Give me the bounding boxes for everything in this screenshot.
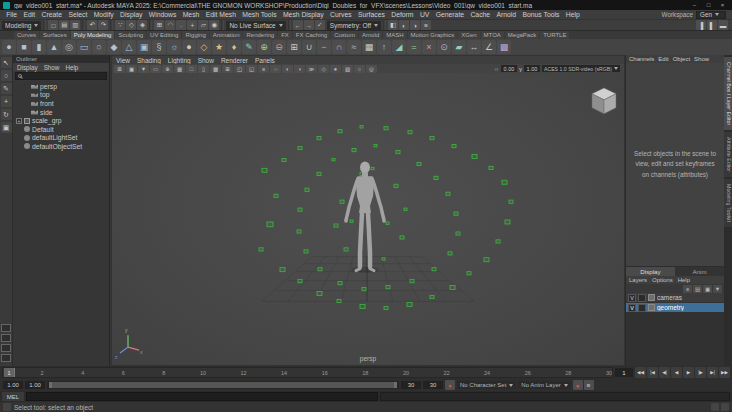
layer-row-geometry[interactable]: Vgeometry xyxy=(626,303,724,313)
green-wireframe-object[interactable] xyxy=(317,137,321,140)
shelf-icon-quad-draw[interactable]: ▰ xyxy=(452,40,466,54)
move-tool-button[interactable]: + xyxy=(1,96,12,107)
shelf-tab-mtoa[interactable]: MTOA xyxy=(481,31,504,39)
make-live-icon[interactable]: ◉ xyxy=(209,20,219,30)
green-wireframe-object[interactable] xyxy=(334,224,338,227)
viewport-menu-renderer[interactable]: Renderer xyxy=(221,57,248,64)
green-wireframe-object[interactable] xyxy=(318,268,322,271)
green-wireframe-object[interactable] xyxy=(384,306,388,309)
layer-tab-display[interactable]: Display xyxy=(626,267,675,276)
step-forward-key-button[interactable]: ▶| xyxy=(707,367,718,378)
shelf-icon-poly-disc[interactable]: ○ xyxy=(92,40,106,54)
green-wireframe-object[interactable] xyxy=(317,292,322,296)
shelf-tab-rigging[interactable]: Rigging xyxy=(182,31,208,39)
menu-arnold[interactable]: Arnold xyxy=(493,11,519,18)
layer-color-swatch[interactable] xyxy=(648,304,655,311)
symmetry-dropdown[interactable]: Symmetry: Off xyxy=(327,21,381,30)
shelf-icon-separate[interactable]: ⊖ xyxy=(272,40,286,54)
redo-icon[interactable]: ↷ xyxy=(98,20,108,30)
shelf-icon-uv-editor[interactable]: ▩ xyxy=(497,40,511,54)
green-wireframe-object[interactable] xyxy=(489,166,493,169)
new-layer-from-selected-icon[interactable]: ▣ xyxy=(703,285,712,293)
outliner-menu-show[interactable]: Show xyxy=(44,64,60,71)
shelf-tab-surfaces[interactable]: Surfaces xyxy=(40,31,70,39)
menu-display[interactable]: Display xyxy=(117,11,146,18)
menu-modify[interactable]: Modify xyxy=(90,11,116,18)
green-wireframe-object[interactable] xyxy=(352,148,356,151)
green-wireframe-object[interactable] xyxy=(374,145,377,147)
scale-tool-button[interactable]: ▣ xyxy=(1,122,12,133)
green-wireframe-object[interactable] xyxy=(386,286,390,289)
dock-tab-modeling-toolkit[interactable]: Modeling Toolkit xyxy=(724,179,732,227)
view-cube[interactable] xyxy=(592,88,616,114)
shelf-icon-mirror[interactable]: ↔ xyxy=(467,40,481,54)
render-settings-icon[interactable]: ≡ xyxy=(421,20,431,30)
shelf-icon-boolean-union[interactable]: ∪ xyxy=(302,40,316,54)
green-wireframe-object[interactable] xyxy=(454,212,458,215)
camera-lock-icon[interactable]: ⊠ xyxy=(114,65,125,73)
menu-mesh-tools[interactable]: Mesh Tools xyxy=(239,11,280,18)
shelf-icon-poly-soccer-ball[interactable]: ● xyxy=(182,40,196,54)
ipr-render-icon[interactable]: ◑ xyxy=(410,20,420,30)
green-wireframe-object[interactable] xyxy=(371,167,374,169)
outliner-item-front[interactable]: front xyxy=(13,99,109,108)
grid-toggle-icon[interactable] xyxy=(721,403,729,411)
green-wireframe-object[interactable] xyxy=(344,248,348,251)
viewport-menu-panels[interactable]: Panels xyxy=(255,57,275,64)
shelf-tab-custom[interactable]: Custom xyxy=(331,31,358,39)
playback-end-field[interactable]: 30 xyxy=(401,381,421,389)
shelf-icon-boolean-difference[interactable]: − xyxy=(317,40,331,54)
viewport-scene[interactable]: y x z persp xyxy=(112,73,624,365)
show-tool-settings-icon[interactable]: ▌ xyxy=(707,20,717,30)
play-backwards-button[interactable]: ◀ xyxy=(671,367,682,378)
command-line-input[interactable] xyxy=(26,392,378,401)
input-connections-icon[interactable]: ← xyxy=(293,20,303,30)
menu-bonus-tools[interactable]: Bonus Tools xyxy=(519,11,562,18)
menu-deform[interactable]: Deform xyxy=(388,11,417,18)
safe-title-icon[interactable]: ◱ xyxy=(246,65,257,73)
outliner-search-input[interactable] xyxy=(15,72,107,80)
safe-action-icon[interactable]: ◰ xyxy=(234,65,245,73)
shelf-icon-bevel[interactable]: ◢ xyxy=(392,40,406,54)
green-wireframe-object[interactable] xyxy=(509,200,513,203)
green-wireframe-object[interactable] xyxy=(484,258,489,262)
menu-mesh[interactable]: Mesh xyxy=(180,11,203,18)
film-gate-icon[interactable]: □ xyxy=(186,65,197,73)
menu-edit[interactable]: Edit xyxy=(20,11,38,18)
green-wireframe-object[interactable] xyxy=(259,248,263,251)
green-wireframe-object[interactable] xyxy=(332,158,335,160)
green-wireframe-object[interactable] xyxy=(448,252,452,255)
outliner-menu-display[interactable]: Display xyxy=(17,64,38,71)
green-wireframe-object[interactable] xyxy=(282,158,286,161)
green-wireframe-object[interactable] xyxy=(360,304,365,308)
snap-to-point-icon[interactable]: ∙ xyxy=(176,20,186,30)
shelf-icon-crease[interactable]: ∠ xyxy=(482,40,496,54)
shelf-icon-poly-cylinder[interactable]: ▮ xyxy=(32,40,46,54)
render-current-frame-icon[interactable]: ◐ xyxy=(399,20,409,30)
shelf-tab-fx-caching[interactable]: FX Caching xyxy=(293,31,330,39)
shelf-icon-poly-platonic[interactable]: ◆ xyxy=(107,40,121,54)
channel-box-menu-object[interactable]: Object xyxy=(673,56,690,62)
outliner-item-persp[interactable]: persp xyxy=(13,82,109,91)
shelf-tab-uv-editing[interactable]: UV Editing xyxy=(147,31,181,39)
green-wireframe-object[interactable] xyxy=(298,208,302,211)
shelf-tab-animation[interactable]: Animation xyxy=(210,31,243,39)
exposure-field[interactable]: 0.00 xyxy=(501,65,517,72)
single-pane-layout-button[interactable] xyxy=(1,324,11,332)
current-frame-marker[interactable]: 1 xyxy=(4,368,15,377)
go-to-start-button[interactable]: ◀◀ xyxy=(635,367,646,378)
select-by-object-icon[interactable]: ◇ xyxy=(126,20,136,30)
menu-help[interactable]: Help xyxy=(563,11,583,18)
paint-select-tool-button[interactable]: ✎ xyxy=(1,83,12,94)
layer-list-menu-icon[interactable]: ≡ xyxy=(683,285,692,293)
menu-curves[interactable]: Curves xyxy=(327,11,355,18)
shelf-icon-target-weld[interactable]: ⊙ xyxy=(437,40,451,54)
new-empty-layer-icon[interactable]: ▤ xyxy=(693,285,702,293)
step-back-frame-button[interactable]: ◀| xyxy=(659,367,670,378)
anim-layer-dropdown[interactable]: No Anim Layer xyxy=(518,381,570,389)
outliner-item-default[interactable]: Default xyxy=(13,125,109,134)
layer-row-cameras[interactable]: Vcameras xyxy=(626,293,724,303)
step-forward-frame-button[interactable]: |▶ xyxy=(695,367,706,378)
menu-edit-mesh[interactable]: Edit Mesh xyxy=(203,11,240,18)
xray-icon[interactable]: ○ xyxy=(354,65,365,73)
